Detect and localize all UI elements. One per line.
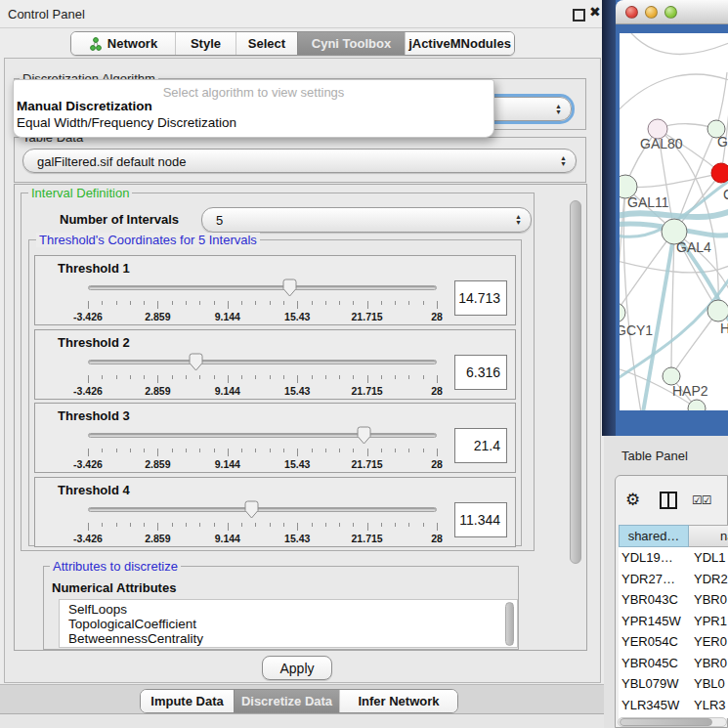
cell-name[interactable]: YPR1 [689, 614, 728, 628]
table-row[interactable]: YPR145WYPR1 [619, 611, 728, 632]
tick-label: 21.715 [352, 311, 383, 322]
threshold-value-field[interactable]: 6.316 [454, 355, 507, 390]
table-row[interactable]: YBL079WYBL0 [619, 673, 728, 695]
tick-mark [297, 301, 298, 309]
network-canvas[interactable]: GAL80GACGAL11GAL4GCY1HHAP2 [620, 33, 728, 410]
network-edge[interactable] [625, 173, 721, 188]
threshold-slider-track[interactable] [88, 433, 437, 438]
tick-mark [297, 523, 298, 531]
network-window-titlebar[interactable] [616, 0, 728, 24]
horizontal-scrollbar[interactable] [618, 717, 727, 727]
network-edge[interactable] [620, 74, 728, 115]
tick-label: 9.144 [215, 458, 240, 470]
network-node-c[interactable] [711, 163, 728, 183]
cell-name[interactable]: YLR3 [689, 698, 728, 712]
cell-shared-name[interactable]: YPR145W [619, 614, 689, 628]
tick-mark [186, 449, 187, 452]
table-row[interactable]: YBR045CYBR0 [619, 653, 728, 674]
num-intervals-combobox[interactable]: 5 ▲▼ [201, 207, 532, 233]
float-window-icon[interactable] [573, 9, 585, 21]
tick-mark [172, 375, 173, 379]
interval-definition-title: Interval Definition [28, 186, 132, 200]
cell-shared-name[interactable]: YDR27… [619, 572, 689, 586]
table-row[interactable]: YDR27…YDR2 [619, 569, 728, 590]
network-node-gcy1[interactable] [620, 303, 625, 322]
threshold-slider-thumb[interactable] [282, 278, 297, 297]
cell-shared-name[interactable]: YDL19… [619, 550, 689, 565]
list-scrollbar[interactable] [505, 602, 514, 646]
split-columns-icon[interactable] [659, 491, 678, 510]
algorithm-option-manual-discretization[interactable]: Manual Discretization [17, 99, 152, 113]
threshold-slider-track[interactable] [88, 507, 437, 512]
cell-shared-name[interactable]: YBR043C [619, 592, 689, 607]
cell-name[interactable]: YER0 [689, 634, 728, 649]
horizontal-scrollbar-thumb[interactable] [620, 718, 712, 726]
cell-name[interactable]: YDL1 [689, 550, 728, 565]
tick-mark [199, 523, 200, 527]
tab-style[interactable]: Style [175, 32, 236, 55]
network-node-label: GAL4 [676, 239, 711, 255]
cell-shared-name[interactable]: YBL079W [619, 676, 689, 691]
tab-cyni-toolbox[interactable]: Cyni Toolbox [297, 32, 405, 55]
table-data-combobox[interactable]: galFiltered.sif default node ▲▼ [22, 149, 577, 173]
network-edge-highlighted[interactable] [620, 211, 728, 217]
column-header-shared-name[interactable]: shared… [619, 525, 689, 547]
tick-label: 15.43 [284, 458, 310, 470]
cell-shared-name[interactable]: YER054C [619, 634, 689, 649]
network-edge[interactable] [631, 33, 728, 55]
tab-network[interactable]: Network [71, 32, 175, 55]
threshold-label: Threshold 1 [58, 261, 130, 276]
tab-impute-data[interactable]: Impute Data [141, 690, 234, 712]
zoom-traffic-light-icon[interactable] [664, 6, 677, 19]
gear-icon[interactable]: ⚙ [625, 490, 640, 510]
network-node-label: GAL11 [627, 194, 669, 210]
close-icon[interactable]: ✖ [589, 4, 601, 20]
cell-name[interactable]: YBR0 [689, 592, 728, 607]
threshold-slider-track[interactable] [88, 285, 437, 290]
close-traffic-light-icon[interactable] [625, 6, 638, 19]
threshold-slider-track[interactable] [88, 360, 437, 364]
cell-shared-name[interactable]: YBR045C [619, 656, 689, 670]
vertical-scrollbar[interactable] [570, 200, 581, 564]
attribute-item-selfloops[interactable]: SelfLoops [68, 602, 127, 617]
cyni-mode-tabs: Impute DataDiscretize DataInfer Network [140, 689, 458, 713]
tab-infer-network[interactable]: Infer Network [339, 690, 457, 712]
threshold-slider-thumb[interactable] [357, 426, 371, 445]
network-node-h[interactable] [707, 300, 728, 321]
table-row[interactable]: YDL19…YDL1 [619, 547, 728, 569]
threshold-value-field[interactable]: 11.344 [454, 502, 507, 537]
checkbox-icons[interactable]: ☑☑ [692, 493, 711, 507]
cell-name[interactable]: YBR0 [689, 656, 728, 670]
minimize-traffic-light-icon[interactable] [645, 6, 658, 19]
threshold-slider-thumb[interactable] [189, 353, 203, 371]
attribute-item-topologicalcoefficient[interactable]: TopologicalCoefficient [68, 617, 196, 631]
tick-mark [214, 375, 215, 379]
tick-mark [214, 523, 215, 527]
table-row[interactable]: YER054CYER0 [619, 631, 728, 653]
cell-name[interactable]: YDR2 [689, 572, 728, 586]
tab-select[interactable]: Select [236, 32, 297, 55]
tick-mark [367, 523, 368, 531]
table-row[interactable]: YBR043CYBR0 [619, 589, 728, 611]
network-view-window: GAL80GACGAL11GAL4GCY1HHAP2 [616, 0, 728, 436]
column-header-name[interactable]: na [689, 525, 728, 547]
table-row[interactable]: YLR345WYLR3 [619, 695, 728, 716]
tick-mark [130, 523, 131, 527]
threshold-slider-thumb[interactable] [244, 500, 259, 519]
apply-button[interactable]: Apply [262, 656, 332, 680]
tick-mark [116, 375, 117, 379]
attribute-item-betweennesscentrality[interactable]: BetweennessCentrality [68, 631, 203, 646]
threshold-value-field[interactable]: 21.4 [454, 428, 507, 463]
tick-mark [312, 375, 313, 379]
cell-shared-name[interactable]: YLR345W [619, 698, 689, 712]
algorithm-option-equal-width-frequency-discretization[interactable]: Equal Width/Frequency Discretization [17, 115, 236, 130]
network-node-label: HAP2 [672, 383, 708, 399]
tick-label: 2.859 [145, 385, 170, 397]
cell-name[interactable]: YBL0 [689, 676, 728, 691]
tab-discretize-data[interactable]: Discretize Data [234, 690, 339, 712]
tick-label: 9.144 [215, 311, 240, 322]
num-intervals-label: Number of Intervals [60, 212, 179, 227]
tick-label: -3.426 [73, 385, 103, 397]
threshold-value-field[interactable]: 14.713 [454, 280, 507, 316]
tab-jactivemnodules[interactable]: jActiveMNodules [405, 32, 514, 55]
